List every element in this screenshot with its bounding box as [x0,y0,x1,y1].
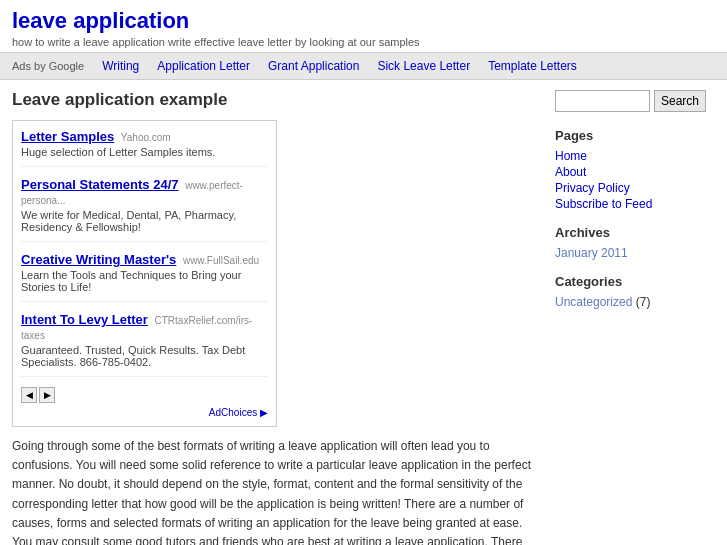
ad-source-2: www.FullSail.edu [183,255,259,266]
search-box: Search [555,90,715,112]
ad-footer: AdChoices ▶ [21,407,268,418]
ad-desc-3: Guaranteed. Trusted, Quick Results. Tax … [21,344,268,368]
ad-item-3: Intent To Levy Letter CTRtaxRelief.com/i… [21,312,268,377]
page-subtitle: how to write a leave application write e… [12,36,715,48]
ads-label: Ads by Google [12,60,84,72]
sidebar: Search Pages Home About Privacy Policy S… [555,90,715,545]
ad-prev-button[interactable]: ◀ [21,387,37,403]
content-heading: Leave application example [12,90,539,110]
ad-title-3[interactable]: Intent To Levy Letter [21,312,148,327]
pages-link-privacy[interactable]: Privacy Policy [555,181,715,195]
archives-heading: Archives [555,225,715,240]
nav-link-writing[interactable]: Writing [94,57,147,75]
ad-desc-2: Learn the Tools and Techniques to Bring … [21,269,268,293]
ad-item-1: Personal Statements 24/7 www.perfect-per… [21,177,268,242]
ad-desc-1: We write for Medical, Dental, PA, Pharma… [21,209,268,233]
categories-section: Categories Uncategorized (7) [555,274,715,309]
ad-choices-link[interactable]: AdChoices ▶ [209,407,268,418]
ad-navigation: ◀ ▶ [21,387,268,403]
search-input[interactable] [555,90,650,112]
categories-heading: Categories [555,274,715,289]
ad-box: Letter Samples Yahoo.com Huge selection … [12,120,277,427]
body-paragraph-0: Going through some of the best formats o… [12,437,539,545]
pages-link-home[interactable]: Home [555,149,715,163]
pages-link-subscribe[interactable]: Subscribe to Feed [555,197,715,211]
archives-section: Archives January 2011 [555,225,715,260]
ad-title-1[interactable]: Personal Statements 24/7 [21,177,179,192]
page-title: leave application [12,8,715,34]
body-text: Going through some of the best formats o… [12,437,539,545]
category-count: (7) [636,295,651,309]
nav-link-template-letters[interactable]: Template Letters [480,57,585,75]
pages-heading: Pages [555,128,715,143]
nav-link-grant-application[interactable]: Grant Application [260,57,367,75]
nav-link-application-letter[interactable]: Application Letter [149,57,258,75]
ad-next-button[interactable]: ▶ [39,387,55,403]
pages-section: Pages Home About Privacy Policy Subscrib… [555,128,715,211]
category-link-uncategorized[interactable]: Uncategorized [555,295,632,309]
nav-link-sick-leave[interactable]: Sick Leave Letter [369,57,478,75]
search-button[interactable]: Search [654,90,706,112]
ad-item-2: Creative Writing Master's www.FullSail.e… [21,252,268,302]
category-item: Uncategorized (7) [555,295,715,309]
ad-title-2[interactable]: Creative Writing Master's [21,252,176,267]
ad-desc-0: Huge selection of Letter Samples items. [21,146,268,158]
pages-link-about[interactable]: About [555,165,715,179]
ad-title-0[interactable]: Letter Samples [21,129,114,144]
archive-link-jan2011[interactable]: January 2011 [555,246,715,260]
ad-item-0: Letter Samples Yahoo.com Huge selection … [21,129,268,167]
ad-source-0: Yahoo.com [121,132,171,143]
